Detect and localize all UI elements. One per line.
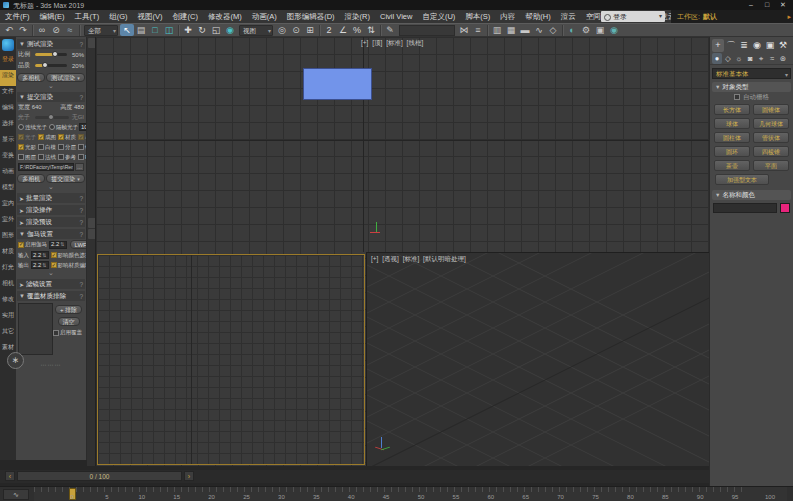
material-editor-icon[interactable]: ◐ — [565, 24, 579, 36]
perspective-viewport[interactable]: [+] [透视] [标准] [默认明暗处理] — [366, 252, 709, 466]
menu-item[interactable]: 修改器(M) — [203, 10, 247, 23]
named-selection-field[interactable] — [399, 25, 455, 36]
lights-category-icon[interactable]: ☼ — [734, 53, 744, 64]
login-button[interactable]: 登录 — [601, 11, 665, 22]
selected-plane-object[interactable] — [303, 68, 372, 100]
affect-material-checkbox[interactable] — [51, 262, 57, 268]
use-center-icon[interactable]: ◎ — [275, 24, 289, 36]
rollout-submit-render[interactable]: ▼ 提交渲染 ? — [17, 92, 85, 102]
window-crossing-icon[interactable]: ◫ — [162, 24, 176, 36]
previous-frame-button[interactable]: ‹ — [5, 471, 15, 481]
分层-checkbox[interactable] — [58, 144, 64, 150]
object-type-button-圆环[interactable]: 圆环 — [714, 146, 750, 157]
workspace-arrow-icon[interactable]: ▸ — [787, 13, 791, 21]
placement-icon[interactable]: ◉ — [223, 24, 237, 36]
plugin-tab-实用[interactable]: 实用 — [0, 310, 16, 326]
rollout-batch-render[interactable]: ➤批量渲染? — [17, 193, 85, 203]
线框-checkbox[interactable] — [78, 144, 84, 150]
plugin-tab-动画[interactable]: 动画 — [0, 166, 16, 182]
plugin-settings-gear-icon[interactable]: ∗ — [7, 352, 24, 369]
object-type-button-管状体[interactable]: 管状体 — [753, 132, 789, 143]
motion-tab-icon[interactable]: ◉ — [751, 39, 763, 52]
clear-button[interactable]: 清空 — [58, 317, 80, 326]
PSD-checkbox[interactable] — [78, 154, 84, 160]
ribbon-toggle-icon[interactable]: ▬ — [518, 24, 532, 36]
menu-item[interactable]: 编辑(E) — [35, 10, 70, 23]
next-frame-button[interactable]: › — [184, 471, 194, 481]
plugin-tab-其它[interactable]: 其它 — [0, 326, 16, 342]
submit-render-button[interactable]: 提交渲染▾ — [46, 174, 85, 183]
continuous-photon-radio[interactable] — [18, 124, 24, 130]
layout-tab[interactable] — [88, 229, 95, 239]
plugin-tab-选择[interactable]: 选择 — [0, 118, 16, 134]
render-setup-icon[interactable]: ⚙ — [579, 24, 593, 36]
utilities-tab-icon[interactable]: ⚒ — [777, 39, 789, 52]
plugin-tab-变换[interactable]: 变换 — [0, 150, 16, 166]
enable-override-checkbox[interactable] — [53, 330, 59, 336]
rollout-render-ops[interactable]: ➤渲染操作? — [17, 205, 85, 215]
cameras-category-icon[interactable]: ◙ — [745, 53, 755, 64]
plugin-tab-室外[interactable]: 室外 — [0, 214, 16, 230]
percent-snap-icon[interactable]: % — [350, 24, 364, 36]
modify-tab-icon[interactable]: ⌒ — [725, 39, 737, 52]
select-scale-icon[interactable]: ◱ — [209, 24, 223, 36]
height-value[interactable]: 480 — [74, 104, 84, 110]
add-exclude-button[interactable]: + 排除 — [55, 305, 82, 314]
menu-item[interactable]: 帮助(H) — [520, 10, 555, 23]
angle-snap-icon[interactable]: ∠ — [336, 24, 350, 36]
plugin-tab-灯光[interactable]: 灯光 — [0, 262, 16, 278]
geometry-category-icon[interactable]: ● — [712, 53, 722, 64]
maximize-button[interactable]: □ — [759, 0, 775, 10]
render-production-icon[interactable]: ◉ — [607, 24, 621, 36]
unlink-icon[interactable]: ⊘ — [49, 24, 63, 36]
snap-toggle-icon[interactable]: 2 — [322, 24, 336, 36]
layout-tab[interactable] — [88, 218, 95, 228]
object-type-rollout[interactable]: ▼ 对象类型 — [712, 82, 791, 92]
plugin-logo-icon[interactable] — [2, 39, 14, 51]
plugin-tab-修改[interactable]: 修改 — [0, 294, 16, 310]
menu-item[interactable]: 脚本(S) — [460, 10, 495, 23]
layer-explorer-icon[interactable]: ▦ — [504, 24, 518, 36]
affect-color-checkbox[interactable] — [51, 252, 57, 258]
select-manipulate-icon[interactable]: ⊙ — [289, 24, 303, 36]
mirror-icon[interactable]: ⋈ — [457, 24, 471, 36]
multicam-button[interactable]: 多相机 — [17, 73, 45, 82]
close-button[interactable]: ✕ — [775, 0, 791, 10]
scale-slider[interactable] — [35, 53, 67, 56]
object-type-button-圆柱体[interactable]: 圆柱体 — [714, 132, 750, 143]
multicam-button-2[interactable]: 多相机 — [17, 174, 45, 183]
menu-item[interactable]: 文件(F) — [0, 10, 35, 23]
mini-curve-editor-button[interactable]: ∿ — [3, 489, 29, 500]
hierarchy-tab-icon[interactable]: ≣ — [738, 39, 750, 52]
schematic-view-icon[interactable]: ◇ — [546, 24, 560, 36]
gamma-output-field[interactable]: 2.2⇅ — [31, 261, 49, 269]
photon-slider[interactable] — [35, 116, 69, 119]
interval-photon-radio[interactable] — [49, 124, 55, 130]
menu-item[interactable]: 动画(A) — [247, 10, 282, 23]
workspace-selector[interactable]: 默认 — [703, 12, 717, 22]
selection-region-icon[interactable]: □ — [148, 24, 162, 36]
primitive-type-dropdown[interactable]: 标准基本体 — [712, 68, 791, 79]
display-tab-icon[interactable]: ▣ — [764, 39, 776, 52]
plugin-tab-模型[interactable]: 模型 — [0, 182, 16, 198]
object-type-button-加强型文本[interactable]: 加强型文本 — [715, 174, 769, 185]
create-tab-icon[interactable]: + — [712, 39, 724, 52]
plugin-tab-渲染[interactable]: 渲染 — [0, 70, 16, 86]
白模-checkbox[interactable] — [38, 144, 44, 150]
viewport-menu-plus[interactable]: [+] — [361, 39, 368, 46]
rollout-gamma[interactable]: ▼ 伽马设置 ? — [17, 229, 85, 239]
select-object-icon[interactable]: ↖ — [120, 24, 134, 36]
viewport-menu-plus[interactable]: [+] — [371, 255, 378, 262]
object-type-button-长方体[interactable]: 长方体 — [714, 104, 750, 115]
object-type-button-四棱锥[interactable]: 四棱锥 — [753, 146, 789, 157]
object-color-swatch[interactable] — [780, 203, 790, 213]
panel-resize-handle[interactable]: ⋯⋯⋯ — [16, 361, 86, 368]
menu-item[interactable]: 自定义(U) — [417, 10, 460, 23]
frame-counter[interactable]: 0 / 100 — [17, 471, 182, 481]
gamma-input-field[interactable]: 2.2⇅ — [31, 251, 49, 259]
name-color-rollout[interactable]: ▼ 名称和颜色 — [712, 190, 791, 200]
object-name-field[interactable] — [713, 203, 777, 213]
layout-tab[interactable] — [88, 38, 95, 48]
成图-checkbox[interactable] — [38, 134, 44, 140]
browse-folder-icon[interactable]: … — [75, 163, 84, 171]
